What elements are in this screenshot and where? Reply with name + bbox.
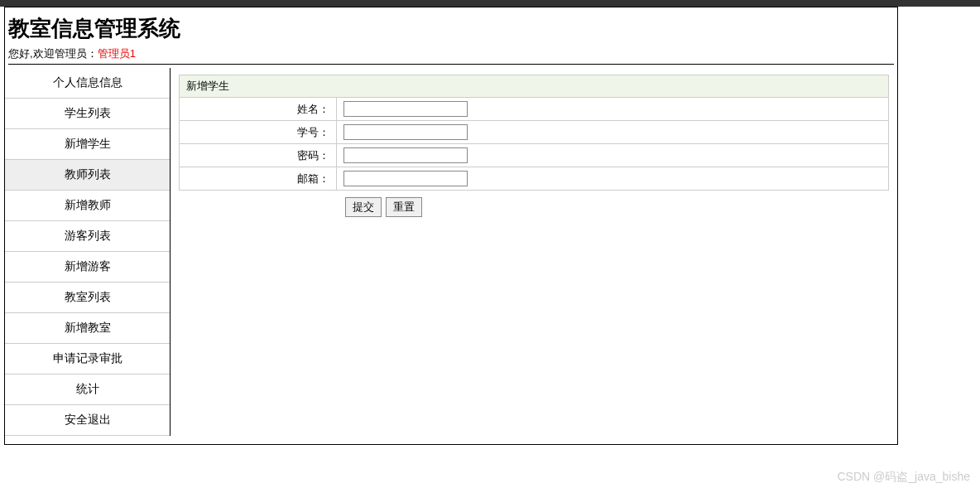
- header: 教室信息管理系统 您好,欢迎管理员：管理员1: [5, 7, 897, 68]
- sidebar-item-add-classroom[interactable]: 新增教室: [5, 313, 170, 344]
- form-row-email: 邮箱：: [180, 167, 889, 191]
- content: 个人信息信息 学生列表 新增学生 教师列表 新增教师 游客列表 新增游客 教室列…: [5, 68, 897, 436]
- app-container: 教室信息管理系统 您好,欢迎管理员：管理员1 个人信息信息 学生列表 新增学生 …: [4, 7, 898, 445]
- main-panel: 新增学生 姓名： 学号： 密码：: [171, 68, 897, 227]
- submit-button[interactable]: 提交: [345, 197, 382, 217]
- password-input[interactable]: [343, 147, 468, 163]
- sidebar-item-application-review[interactable]: 申请记录审批: [5, 344, 170, 374]
- form-row-student-id: 学号：: [180, 121, 889, 144]
- form-title: 新增学生: [180, 75, 889, 98]
- student-id-input[interactable]: [343, 124, 468, 140]
- welcome-text: 您好,欢迎管理员：管理员1: [8, 46, 894, 65]
- form-row-name: 姓名：: [180, 98, 889, 121]
- sidebar-item-teacher-list[interactable]: 教师列表: [5, 160, 170, 191]
- email-label: 邮箱：: [180, 167, 337, 191]
- sidebar-item-add-teacher[interactable]: 新增教师: [5, 191, 170, 221]
- top-bar: [0, 0, 980, 7]
- sidebar-item-statistics[interactable]: 统计: [5, 374, 170, 405]
- name-label: 姓名：: [180, 98, 337, 121]
- sidebar-item-add-visitor[interactable]: 新增游客: [5, 252, 170, 283]
- sidebar-item-personal-info[interactable]: 个人信息信息: [5, 68, 170, 99]
- sidebar-item-classroom-list[interactable]: 教室列表: [5, 283, 170, 313]
- form-table: 新增学生 姓名： 学号： 密码：: [179, 75, 889, 220]
- sidebar: 个人信息信息 学生列表 新增学生 教师列表 新增教师 游客列表 新增游客 教室列…: [5, 68, 171, 436]
- sidebar-item-logout[interactable]: 安全退出: [5, 405, 170, 436]
- student-id-label: 学号：: [180, 121, 337, 144]
- name-input[interactable]: [343, 101, 468, 117]
- form-button-row: 提交 重置: [180, 191, 889, 221]
- welcome-prefix: 您好,欢迎管理员：: [8, 47, 98, 60]
- sidebar-item-add-student[interactable]: 新增学生: [5, 129, 170, 160]
- sidebar-item-student-list[interactable]: 学生列表: [5, 99, 170, 129]
- page-title: 教室信息管理系统: [8, 14, 894, 43]
- form-row-password: 密码：: [180, 144, 889, 167]
- sidebar-item-visitor-list[interactable]: 游客列表: [5, 221, 170, 252]
- admin-name: 管理员1: [98, 47, 136, 60]
- password-label: 密码：: [180, 144, 337, 167]
- reset-button[interactable]: 重置: [386, 197, 422, 217]
- email-input[interactable]: [343, 171, 468, 186]
